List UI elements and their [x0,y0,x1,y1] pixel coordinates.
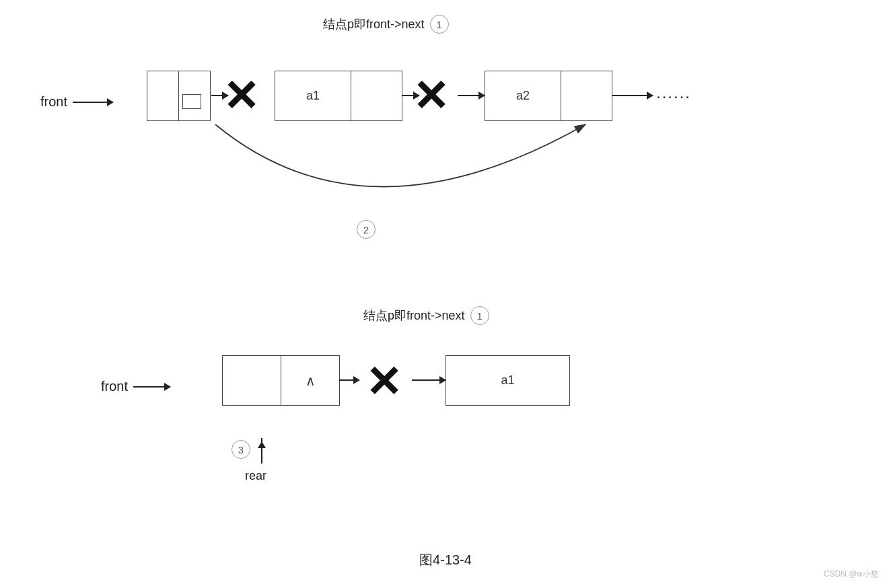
top-arrow-1-head [222,91,229,100]
top-label-text: 结点p即front->next [323,16,425,32]
top-front-arrowhead [107,98,114,106]
top-node1-right [179,71,210,120]
front-arrow-top: front [40,94,113,110]
top-arrow-3-head [478,91,485,100]
bottom-front-label: front [101,379,128,394]
top-badge-2: 2 [357,220,376,239]
top-node2-right [351,71,402,120]
top-arrow-4-head [647,91,653,100]
bottom-cross-symbol: ✕ [365,361,402,404]
top-front-label: front [40,94,67,110]
top-front-arrow-line [73,102,113,103]
watermark: CSDN @w小悠 [824,568,879,580]
top-arrow-1 [211,95,228,96]
top-node2-left: a1 [275,71,351,120]
top-node3-right [561,71,612,120]
bottom-node1-left [223,356,281,405]
diagram-container: 结点p即front->next 1 front ✕ a1 ✕ [0,0,891,588]
top-node2: a1 [275,71,402,121]
rear-label: rear [245,469,266,483]
bottom-node2-cell: a1 [446,356,569,405]
caption: 图4-13-4 [0,551,891,569]
bottom-label: 结点p即front->next 1 [363,306,489,325]
bottom-arrow-2 [412,379,446,381]
top-badge-1: 1 [430,15,449,34]
rear-arrow-up [261,438,262,464]
bottom-front-arrow-line [133,386,170,388]
bottom-badge-3: 3 [231,440,250,459]
top-arrow-4 [612,95,653,96]
top-dots: ...... [656,83,691,102]
top-label: 结点p即front->next 1 [323,15,449,34]
bottom-cross: ✕ [357,353,411,410]
front-arrow-bottom: front [101,379,170,394]
bottom-label-text: 结点p即front->next [363,307,465,324]
top-node3-left: a2 [485,71,561,120]
top-arrow-2 [402,95,419,96]
top-node1-left [147,71,178,120]
bottom-node1-right: ∧ [281,356,339,405]
bottom-node2: a1 [446,355,570,406]
top-node1-inner-box [182,94,201,109]
top-arrow-3 [458,95,485,96]
bottom-front-arrowhead [164,383,171,391]
top-arrow-2-head [413,91,420,100]
bottom-badge-1: 1 [470,306,489,325]
top-node1 [147,71,211,121]
top-node3: a2 [485,71,612,121]
bottom-node1: ∧ [222,355,340,406]
